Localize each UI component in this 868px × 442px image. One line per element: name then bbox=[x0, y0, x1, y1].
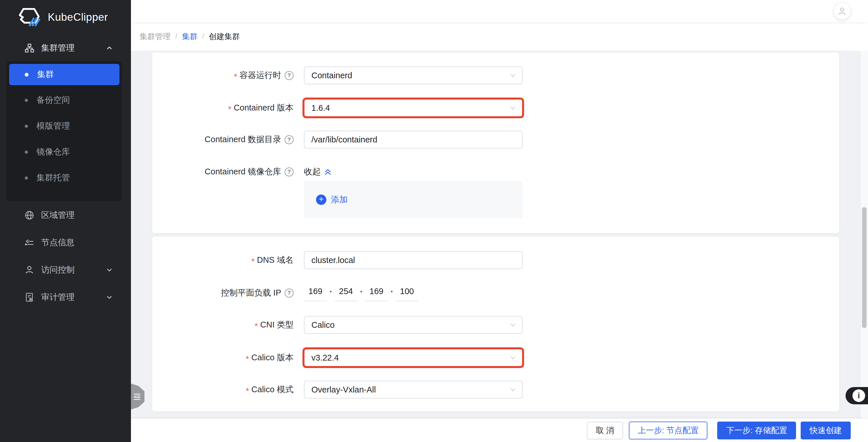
outdent-icon bbox=[133, 392, 141, 401]
user-icon bbox=[25, 265, 34, 275]
info-button[interactable]: i bbox=[845, 387, 868, 404]
breadcrumb-separator: / bbox=[202, 32, 204, 41]
required-asterisk: * bbox=[255, 321, 258, 331]
registry-panel: + 添加 bbox=[304, 181, 523, 218]
required-asterisk: * bbox=[246, 386, 249, 396]
quick-create-button[interactable]: 快速创建 bbox=[801, 421, 851, 439]
globe-icon bbox=[25, 210, 34, 220]
required-asterisk: * bbox=[228, 104, 231, 114]
cancel-button[interactable]: 取 消 bbox=[587, 421, 623, 439]
prev-step-button[interactable]: 上一步: 节点配置 bbox=[629, 421, 708, 439]
container-runtime-select[interactable]: Containerd bbox=[304, 66, 523, 84]
chevron-down-icon bbox=[509, 354, 517, 362]
sidebar-item-audit-management[interactable]: 审计管理 bbox=[0, 283, 131, 311]
help-icon[interactable]: ? bbox=[285, 167, 293, 177]
ip-segment-input[interactable] bbox=[304, 284, 327, 301]
kubeclipper-logo-icon bbox=[16, 7, 42, 28]
dns-domain-input[interactable] bbox=[304, 251, 523, 269]
chevron-down-icon bbox=[509, 321, 517, 329]
sidebar-item-cluster-hosting[interactable]: 集群托管 bbox=[9, 167, 119, 188]
sidebar-item-image-registry[interactable]: 镜像仓库 bbox=[9, 141, 119, 163]
field-label-dns-domain: * DNS 域名 bbox=[152, 254, 304, 266]
ip-separator: • bbox=[388, 284, 396, 301]
ip-separator: • bbox=[358, 284, 365, 301]
create-cluster-form: * 容器运行时 ? Containerd * Containerd 版本 1.6… bbox=[131, 51, 868, 419]
field-label-control-plane-vip: 控制平面负载 IP ? bbox=[152, 287, 304, 299]
sidebar-item-label: 集群管理 bbox=[41, 42, 74, 54]
breadcrumb-separator: / bbox=[175, 32, 177, 41]
bullet-icon bbox=[25, 177, 28, 180]
field-label-calico-version: * Calico 版本 bbox=[152, 352, 304, 364]
chevron-up-icon bbox=[105, 44, 113, 52]
cluster-icon bbox=[25, 43, 34, 53]
chevron-down-icon bbox=[509, 71, 517, 80]
help-icon[interactable]: ? bbox=[285, 289, 293, 297]
breadcrumb: 集群管理 / 集群 / 创建集群 bbox=[131, 22, 868, 51]
registry-collapse-toggle[interactable]: 收起 bbox=[304, 166, 523, 178]
plus-circle-icon: + bbox=[316, 194, 327, 205]
brand-name: KubeClipper bbox=[48, 11, 108, 23]
chevron-down-icon bbox=[509, 104, 517, 112]
cni-type-select[interactable]: Calico bbox=[304, 316, 523, 334]
sidebar: KubeClipper 集群管理 集群 备份空间 模版管理 镜像仓库 bbox=[0, 0, 131, 442]
help-icon[interactable]: ? bbox=[285, 135, 293, 144]
avatar-button[interactable] bbox=[834, 3, 850, 20]
container-runtime-card: * 容器运行时 ? Containerd * Containerd 版本 1.6… bbox=[152, 52, 839, 233]
required-asterisk: * bbox=[251, 257, 254, 266]
user-icon bbox=[837, 7, 847, 16]
bullet-icon bbox=[25, 125, 28, 128]
sidebar-item-backup-space[interactable]: 备份空间 bbox=[9, 90, 119, 111]
bullet-icon bbox=[25, 99, 28, 102]
field-label-containerd-version: * Containerd 版本 bbox=[152, 102, 304, 114]
field-label-cni-type: * CNI 类型 bbox=[152, 319, 304, 330]
chevron-down-icon bbox=[105, 266, 113, 274]
field-label-containerd-registry: Containerd 镜像仓库 ? bbox=[152, 166, 304, 178]
calico-mode-select[interactable]: Overlay-Vxlan-All bbox=[304, 381, 523, 399]
ip-segment-input[interactable] bbox=[365, 284, 388, 301]
breadcrumb-item-cluster-management: 集群管理 bbox=[140, 31, 170, 42]
cluster-management-submenu: 集群 备份空间 模版管理 镜像仓库 集群托管 bbox=[6, 61, 122, 201]
sidebar-item-region-management[interactable]: 区域管理 bbox=[0, 201, 131, 229]
ip-separator: • bbox=[327, 284, 334, 301]
double-chevron-up-icon bbox=[323, 167, 332, 176]
help-icon[interactable]: ? bbox=[285, 71, 293, 80]
info-icon: i bbox=[852, 389, 865, 402]
breadcrumb-item-cluster[interactable]: 集群 bbox=[182, 31, 197, 42]
bullet-icon bbox=[25, 73, 29, 76]
chevron-down-icon bbox=[509, 386, 517, 393]
audit-icon bbox=[25, 292, 34, 302]
control-plane-ip-group: • • • bbox=[304, 284, 418, 302]
required-asterisk: * bbox=[246, 354, 249, 364]
sidebar-item-access-control[interactable]: 访问控制 bbox=[0, 256, 131, 283]
network-config-card: * DNS 域名 控制平面负载 IP ? • • • * bbox=[152, 236, 839, 411]
add-registry-button[interactable]: + 添加 bbox=[316, 194, 348, 206]
wizard-footer: 取 消 上一步: 节点配置 下一步: 存储配置 快速创建 bbox=[131, 419, 868, 442]
calico-version-select[interactable]: v3.22.4 bbox=[304, 349, 523, 367]
sidebar-item-cluster[interactable]: 集群 bbox=[9, 64, 119, 85]
sidebar-item-node-info[interactable]: 节点信息 bbox=[0, 229, 131, 256]
sidebar-item-template-management[interactable]: 模版管理 bbox=[9, 116, 119, 137]
sidebar-item-cluster-management[interactable]: 集群管理 bbox=[0, 34, 131, 61]
next-step-button[interactable]: 下一步: 存储配置 bbox=[717, 421, 796, 439]
field-label-container-runtime: * 容器运行时 ? bbox=[152, 70, 304, 81]
chevron-down-icon bbox=[105, 293, 113, 301]
breadcrumb-item-create-cluster: 创建集群 bbox=[209, 31, 240, 42]
field-label-containerd-data-dir: Containerd 数据目录 ? bbox=[152, 134, 304, 145]
scrollbar-track bbox=[860, 51, 868, 419]
brand[interactable]: KubeClipper bbox=[0, 0, 131, 34]
ip-segment-input[interactable] bbox=[396, 284, 418, 301]
field-label-calico-mode: * Calico 模式 bbox=[152, 384, 304, 396]
containerd-version-select[interactable]: 1.6.4 bbox=[304, 99, 523, 117]
containerd-data-dir-input[interactable] bbox=[304, 131, 523, 149]
ip-segment-input[interactable] bbox=[334, 284, 358, 301]
required-asterisk: * bbox=[234, 72, 237, 82]
node-icon bbox=[25, 238, 34, 248]
scrollbar-thumb[interactable] bbox=[862, 207, 867, 328]
bullet-icon bbox=[25, 151, 28, 154]
topbar bbox=[131, 0, 868, 22]
